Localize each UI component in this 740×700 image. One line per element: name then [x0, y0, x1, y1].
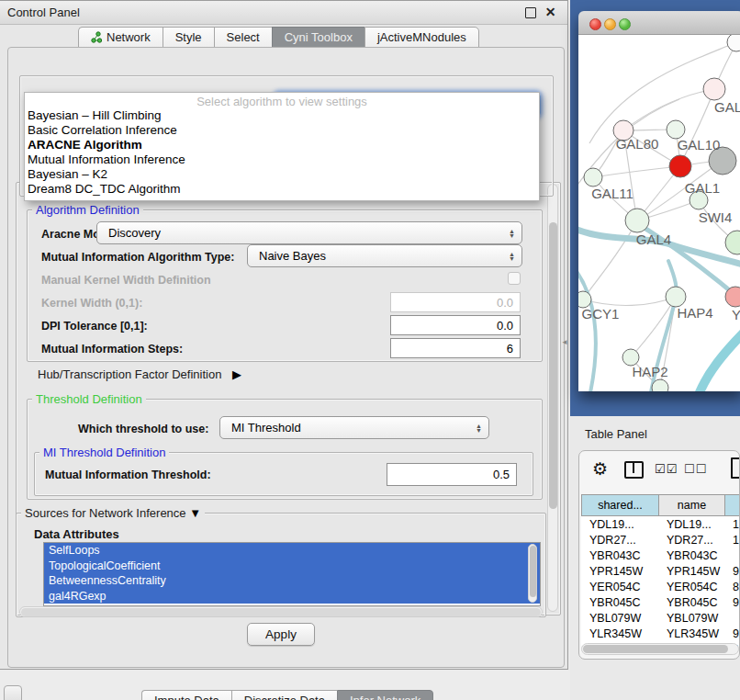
algorithm-option[interactable]: Basic Correlation Inference — [28, 123, 536, 138]
tab-jactivemnodules[interactable]: jActiveMNodules — [364, 27, 479, 48]
algorithm-dropdown-popup: Select algorithm to view settings Bayesi… — [24, 92, 540, 201]
network-node[interactable] — [652, 379, 668, 391]
table-row[interactable]: YDR27...YDR27...12 — [581, 532, 740, 548]
table-row[interactable]: YER054CYER054C8. — [581, 579, 740, 594]
table-row[interactable]: YBL079WYBL079W — [581, 610, 740, 626]
attribute-item[interactable]: BetweennessCentrality — [44, 573, 540, 589]
control-panel-window: Control Panel NetworkStyleSelectCyni Too… — [0, 0, 568, 670]
network-node[interactable] — [725, 231, 740, 254]
tab-select[interactable]: Select — [214, 27, 272, 48]
which-threshold-label: Which threshold to use: — [78, 423, 208, 435]
table-cell: 13 — [724, 518, 740, 531]
unchecked-columns-icon[interactable] — [684, 462, 707, 476]
node-label: GAL10 — [678, 137, 721, 152]
mac-minimize-icon[interactable] — [604, 18, 616, 30]
collapsed-panel-icon[interactable] — [4, 685, 22, 700]
popup-placeholder: Select algorithm to view settings — [25, 95, 539, 108]
settings-scrollbar-thumb[interactable] — [549, 222, 557, 509]
table-cell: YDL19... — [658, 518, 724, 531]
mi-algorithm-type-combo[interactable]: Naive Bayes — [247, 244, 522, 267]
hub-expander[interactable]: Hub/Transcription Factor Definition ▶ — [38, 367, 241, 381]
algorithm-option[interactable]: Mutual Information Inference — [28, 152, 536, 167]
network-node-gal4[interactable] — [625, 209, 649, 232]
float-window-icon[interactable] — [525, 7, 536, 18]
aracne-mode-combo[interactable]: Discovery — [96, 221, 522, 244]
apply-button[interactable]: Apply — [247, 623, 315, 646]
table-cell: YER054C — [658, 581, 724, 593]
attribute-item[interactable]: TopologicalCoefficient — [44, 559, 540, 574]
column-header[interactable]: shared... — [581, 494, 658, 516]
combo-stepper-icon — [509, 228, 515, 238]
table-row[interactable]: YBR043CYBR043C — [581, 548, 740, 563]
tab-label: Style — [175, 28, 202, 47]
node-label: Y — [732, 307, 740, 322]
table-cell: YPR145W — [658, 565, 724, 578]
checked-columns-icon[interactable] — [655, 462, 678, 476]
table-cell: YBL079W — [658, 612, 724, 625]
popup-item-list: Bayesian – Hill ClimbingBasic Correlatio… — [28, 108, 536, 197]
mi-threshold-group-title: MI Threshold Definition — [39, 446, 169, 459]
network-node-gal1[interactable] — [669, 155, 691, 177]
mi-steps-field[interactable]: 6 — [390, 338, 521, 358]
table-hscrollbar-thumb[interactable] — [583, 645, 728, 653]
algorithm-option[interactable]: ARACNE Algorithm — [28, 138, 536, 152]
table-row[interactable]: YDL19...YDL19...13 — [581, 516, 740, 532]
tab-label: Select — [227, 28, 260, 47]
column-header[interactable]: name — [658, 494, 724, 516]
kernel-width-field[interactable]: 0.0 — [390, 292, 521, 312]
bottom-tab-impute-data[interactable]: Impute Data — [141, 690, 231, 700]
table-rows: YDL19...YDL19...13YDR27...YDR27...12YBR0… — [581, 516, 740, 646]
table-row[interactable]: YBR045CYBR045C9. — [581, 594, 740, 610]
tab-cyni-toolbox[interactable]: Cyni Toolbox — [272, 27, 364, 48]
network-node-gal11[interactable] — [584, 168, 602, 186]
network-node-gal[interactable] — [703, 78, 725, 100]
network-node-gal10[interactable] — [667, 120, 685, 139]
data-attributes-list[interactable]: SelfLoopsTopologicalCoefficientBetweenne… — [43, 542, 541, 606]
manual-kernel-checkbox[interactable] — [508, 272, 521, 285]
table-panel: shared...name YDL19...YDL19...13YDR27...… — [578, 450, 740, 660]
combo-stepper-icon — [509, 251, 515, 261]
mi-threshold-label: Mutual Information Threshold: — [45, 469, 211, 481]
bottom-tab-infer-network[interactable]: Infer Network — [337, 690, 433, 700]
mac-close-icon[interactable] — [589, 18, 601, 30]
mi-algorithm-type-label: Mutual Information Algorithm Type: — [41, 251, 234, 264]
table-row[interactable]: YPR145WYPR145W9. — [581, 563, 740, 579]
attribute-list-scrollbar-thumb[interactable] — [530, 546, 536, 597]
bottom-tab-discretize-data[interactable]: Discretize Data — [231, 690, 337, 700]
desktop: Control Panel NetworkStyleSelectCyni Too… — [0, 0, 740, 700]
mi-algorithm-type-value: Naive Bayes — [259, 249, 326, 263]
sources-group-title[interactable]: Sources for Network Inference ▼ — [21, 506, 205, 520]
control-panel-tabbar: NetworkStyleSelectCyni ToolboxjActiveMNo… — [78, 27, 479, 48]
tab-label: Network — [107, 28, 151, 47]
mi-threshold-field[interactable]: 0.5 — [387, 463, 517, 486]
gear-icon[interactable] — [592, 458, 608, 480]
splitter-arrow-icon[interactable]: ◄ — [561, 338, 568, 346]
network-node-hap4[interactable] — [666, 287, 686, 307]
close-icon[interactable] — [544, 6, 556, 18]
attribute-item[interactable]: SelfLoops — [44, 543, 540, 559]
network-canvas[interactable]: GALGAL80GAL10GAL1GAL11SWI4GAL4GCY1HAP4YH… — [578, 35, 740, 391]
tab-network[interactable]: Network — [78, 27, 163, 48]
document-icon[interactable] — [731, 457, 740, 479]
node-label: GCY1 — [582, 306, 620, 322]
mi-steps-label: Mutual Information Steps: — [41, 343, 183, 356]
which-threshold-combo[interactable]: MI Threshold — [219, 416, 489, 439]
mac-zoom-icon[interactable] — [619, 18, 631, 30]
algorithm-option[interactable]: Bayesian – Hill Climbing — [28, 108, 536, 123]
node-label: SWI4 — [699, 209, 733, 225]
algorithm-option[interactable]: Dream8 DC_TDC Algorithm — [28, 182, 536, 197]
settings-hscrollbar-thumb[interactable] — [21, 608, 541, 616]
algorithm-option[interactable]: Bayesian – K2 — [28, 167, 536, 182]
network-node[interactable] — [727, 35, 740, 51]
attribute-item[interactable]: gal4RGexp — [44, 589, 540, 604]
node-label: HAP2 — [632, 364, 667, 379]
split-columns-icon[interactable] — [624, 461, 644, 479]
column-header[interactable] — [724, 494, 740, 516]
control-panel-titlebar[interactable]: Control Panel — [0, 1, 567, 25]
table-row[interactable]: YLR345WYLR345W9. — [581, 626, 740, 641]
table-cell: YBR043C — [581, 549, 658, 562]
network-window-titlebar[interactable] — [578, 11, 740, 35]
dpi-tolerance-field[interactable]: 0.0 — [390, 315, 521, 335]
table-panel-title: Table Panel — [585, 427, 647, 441]
tab-style[interactable]: Style — [163, 27, 214, 48]
